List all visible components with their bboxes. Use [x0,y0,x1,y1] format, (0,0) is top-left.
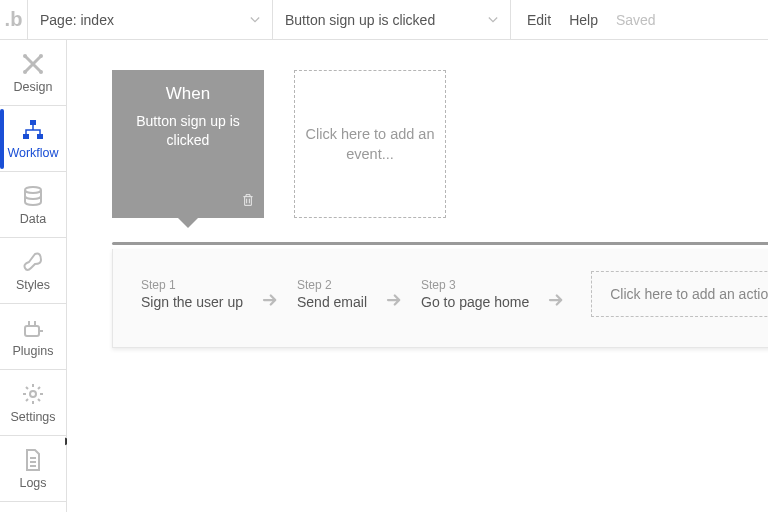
step-3[interactable]: Step 3 Go to page home [421,278,529,310]
steps-panel: Step 1 Sign the user up Step 2 Send emai… [112,249,768,348]
arrow-right-icon [547,291,565,313]
page-dropdown-label: Page: index [40,12,114,28]
sidebar-item-settings[interactable]: Settings [0,370,66,436]
page-dropdown[interactable]: Page: index [28,0,273,40]
sidebar-item-label: Styles [16,278,50,292]
step-number: Step 2 [297,278,367,292]
step-name: Send email [297,294,367,310]
sidebar-item-styles[interactable]: Styles [0,238,66,304]
sidebar-item-label: Logs [19,476,46,490]
sidebar-item-label: Settings [10,410,55,424]
event-when-label: When [166,84,210,104]
step-name: Go to page home [421,294,529,310]
svg-point-7 [25,187,41,193]
design-icon [21,52,45,76]
sidebar-item-label: Workflow [7,146,58,160]
help-link[interactable]: Help [569,12,598,28]
delete-event-button[interactable] [240,192,256,212]
workflow-icon [21,118,45,142]
svg-point-0 [23,54,27,58]
workflow-canvas: When Button sign up is clicked Click her… [67,40,768,512]
svg-rect-6 [37,134,43,139]
brush-icon [21,250,45,274]
app-logo: .b [0,0,28,40]
sidebar-item-design[interactable]: Design [0,40,66,106]
svg-point-3 [23,70,27,74]
arrow-right-icon [261,291,279,313]
steps-row: Step 1 Sign the user up Step 2 Send emai… [141,271,768,317]
document-icon [21,448,45,472]
steps-divider [112,242,768,245]
sidebar: Design Workflow Data Styles Plugins [0,40,67,512]
sidebar-item-logs[interactable]: Logs [0,436,66,502]
step-1[interactable]: Step 1 Sign the user up [141,278,243,310]
arrow-right-icon [385,291,403,313]
svg-point-1 [39,70,43,74]
event-dropdown-label: Button sign up is clicked [285,12,435,28]
step-number: Step 1 [141,278,243,292]
event-condition: Button sign up is clicked [112,112,264,150]
svg-point-9 [30,391,36,397]
top-bar: .b Page: index Button sign up is clicked… [0,0,768,40]
add-action-button[interactable]: Click here to add an action... [591,271,768,317]
add-action-label: Click here to add an action... [610,286,768,302]
step-name: Sign the user up [141,294,243,310]
edit-link[interactable]: Edit [527,12,551,28]
sidebar-item-data[interactable]: Data [0,172,66,238]
saved-status: Saved [616,12,656,28]
gear-icon [21,382,45,406]
add-event-button[interactable]: Click here to add an event... [294,70,446,218]
event-dropdown[interactable]: Button sign up is clicked [273,0,511,40]
step-2[interactable]: Step 2 Send email [297,278,367,310]
database-icon [21,184,45,208]
sidebar-item-label: Plugins [13,344,54,358]
step-number: Step 3 [421,278,529,292]
sidebar-item-workflow[interactable]: Workflow [0,106,66,172]
sidebar-item-label: Data [20,212,46,226]
events-row: When Button sign up is clicked Click her… [112,70,768,218]
svg-rect-8 [25,326,39,336]
sidebar-item-plugins[interactable]: Plugins [0,304,66,370]
top-links: Edit Help Saved [511,12,672,28]
svg-rect-4 [30,120,36,125]
add-event-label: Click here to add an event... [295,124,445,165]
svg-rect-5 [23,134,29,139]
trash-icon [240,192,256,208]
svg-point-2 [39,54,43,58]
event-card[interactable]: When Button sign up is clicked [112,70,264,218]
chevron-down-icon [488,12,498,28]
chevron-down-icon [250,12,260,28]
active-indicator [0,109,4,169]
plugin-icon [21,316,45,340]
sidebar-item-label: Design [14,80,53,94]
